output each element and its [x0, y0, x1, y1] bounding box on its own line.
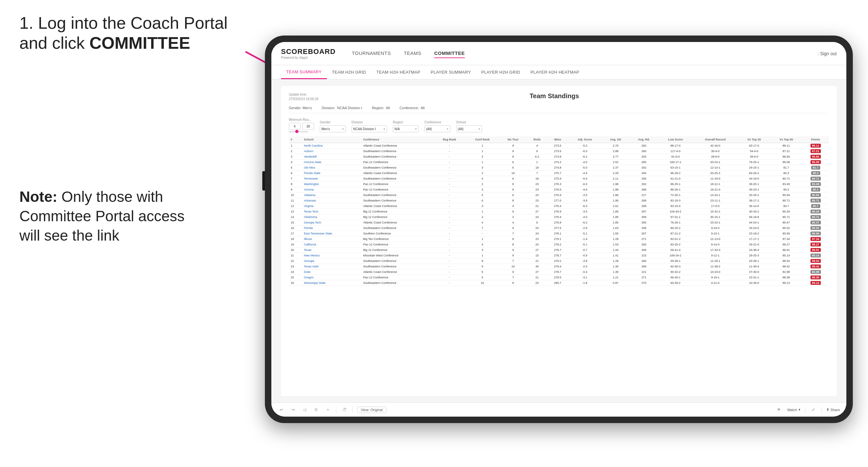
cell-rnds: 8	[527, 220, 548, 225]
cell-vs25: 37-30-0	[738, 269, 770, 275]
cell-avg-sg: 1.85	[602, 214, 629, 220]
school-select[interactable]: (All)	[456, 125, 482, 132]
toolbar-divider-1	[336, 407, 336, 413]
division-select[interactable]: NCAA Division I	[351, 125, 387, 132]
cell-conf-rank: 1	[465, 149, 499, 154]
cell-vs25: 39-23-1	[738, 187, 770, 192]
share-button[interactable]: ⬆ Share	[826, 408, 840, 412]
sub-nav-player-summary[interactable]: PLAYER SUMMARY	[426, 65, 476, 79]
division-val: NCAA Division I	[337, 106, 363, 110]
cell-school: Texas	[302, 247, 362, 253]
nav-teams[interactable]: TEAMS	[404, 49, 421, 58]
cell-school: North Carolina	[302, 143, 362, 149]
copy-icon[interactable]: ⎘	[313, 406, 320, 413]
cell-avg-rd: 221	[629, 269, 658, 275]
cell-rnds: 6.2	[527, 154, 548, 160]
cell-rank: 12	[289, 204, 302, 209]
cell-school: California	[302, 242, 362, 247]
cell-conference: Atlantic Coast Conference	[361, 170, 433, 176]
cell-score: 80.71	[802, 198, 829, 204]
cell-avg-sg: 1.41	[602, 253, 629, 258]
cell-rank: 16	[289, 225, 302, 231]
cell-rank: 5	[289, 165, 302, 170]
cell-avg-rd: 267	[629, 209, 658, 214]
undo-icon[interactable]: ↩	[278, 406, 285, 413]
cell-rnds: 18	[527, 176, 548, 182]
cell-adj: -3.5	[568, 209, 601, 214]
table-row: 3 Vanderbilt Southeastern Conference - 2…	[289, 154, 829, 160]
cell-rank: 1	[289, 143, 302, 149]
col-wins: Wins	[547, 136, 568, 143]
cell-reg-rank: -	[434, 225, 465, 231]
cell-conf-rank: 1	[465, 237, 499, 242]
nav-committee[interactable]: COMMITTEE	[434, 49, 465, 58]
redo-icon[interactable]: ↪	[289, 406, 297, 413]
sign-out-button[interactable]: Sign out	[817, 51, 837, 56]
cell-rnds: 21	[527, 275, 548, 280]
slider-thumb	[295, 130, 299, 133]
cell-adj: -6.0	[568, 149, 601, 154]
col-rank: #	[289, 136, 302, 143]
cell-low: 61-21-0	[658, 176, 692, 182]
cell-avg-sg: 0.97	[602, 280, 629, 286]
watch-button[interactable]: Watch ▾	[787, 408, 801, 412]
table-row: 1 North Carolina Atlantic Coast Conferen…	[289, 143, 829, 149]
table-row: 12 Virginia Atlantic Coast Conference - …	[289, 204, 829, 209]
cell-rnds: 23	[527, 187, 548, 192]
table-row: 22 Georgia Southeastern Conference - 8 7…	[289, 258, 829, 264]
col-overall: Overall Record	[692, 136, 738, 143]
cell-wins: 276.3	[547, 182, 568, 187]
nav-tournaments[interactable]: TOURNAMENTS	[352, 49, 391, 58]
cell-adj: -1.8	[568, 280, 601, 286]
region-select[interactable]: N/A	[393, 125, 418, 132]
cell-overall: 10-23-0	[692, 269, 738, 275]
add-icon[interactable]: +	[324, 406, 332, 413]
table-row: 16 Florida Southeastern Conference - 7 9…	[289, 225, 829, 231]
cell-avg-sg: 2.11	[602, 176, 629, 182]
cell-vs50: 87.34	[770, 237, 802, 242]
rounds-slider[interactable]	[289, 131, 308, 132]
max-val[interactable]: 30	[302, 123, 314, 130]
gender-val: Men's	[303, 106, 312, 110]
cell-rank: 8	[289, 182, 302, 187]
cell-avg-rd: 269	[629, 264, 658, 269]
cell-wins: 277.5	[547, 225, 568, 231]
sub-nav-player-h2h-grid[interactable]: PLAYER H2H GRID	[476, 65, 526, 79]
cell-wins: 276.5	[547, 187, 568, 192]
eye-icon[interactable]: 👁	[776, 406, 783, 413]
nav-items: TOURNAMENTS TEAMS COMMITTEE	[352, 49, 817, 58]
school-group: School (All)	[456, 121, 482, 132]
cell-low: 88-17-0	[658, 143, 692, 149]
cell-reg-rank: -	[434, 204, 465, 209]
cell-rnds: 23	[527, 280, 548, 286]
cell-no-tour: 9	[499, 225, 527, 231]
cell-avg-sg: 1.30	[602, 264, 629, 269]
cell-low: 82-18-3	[658, 198, 692, 204]
sub-nav-team-h2h-grid[interactable]: TEAM H2H GRID	[327, 65, 371, 79]
cell-score: 87.21	[802, 149, 829, 154]
sub-nav-player-h2h-heatmap[interactable]: PLAYER H2H HEATMAP	[525, 65, 584, 79]
cell-rank: 22	[289, 258, 302, 264]
cell-rank: 20	[289, 247, 302, 253]
clock-icon[interactable]: ⏱	[341, 406, 348, 413]
conference-select[interactable]: (All)	[425, 125, 450, 132]
gender-select[interactable]: Men's	[320, 125, 346, 132]
cell-vs50: 80.71	[770, 176, 802, 182]
expand-icon[interactable]: ⤢	[810, 406, 817, 413]
cell-conference: Atlantic Coast Conference	[361, 220, 433, 225]
cell-rnds: 23	[527, 198, 548, 204]
cell-rnds: 27	[527, 247, 548, 253]
cell-avg-rd: 215	[629, 253, 658, 258]
table-row: 10 Alabama Southeastern Conference - 5 6…	[289, 192, 829, 198]
col-avg-sg: Avg. SG	[602, 136, 629, 143]
col-vs50: Vs Top 50	[770, 136, 802, 143]
view-original-button[interactable]: View: Original	[357, 407, 386, 413]
cell-rank: 25	[289, 275, 302, 280]
back-icon[interactable]: ◁	[301, 406, 308, 413]
cell-low: 92-40-3	[658, 264, 692, 269]
cell-avg-rd: 203	[629, 154, 658, 160]
min-val[interactable]: 4	[289, 123, 301, 130]
sub-nav-team-h2h-heatmap[interactable]: TEAM H2H HEATMAP	[371, 65, 426, 79]
cell-vs50: 86.84	[770, 154, 802, 160]
sub-nav-team-summary[interactable]: TEAM SUMMARY	[281, 65, 327, 79]
